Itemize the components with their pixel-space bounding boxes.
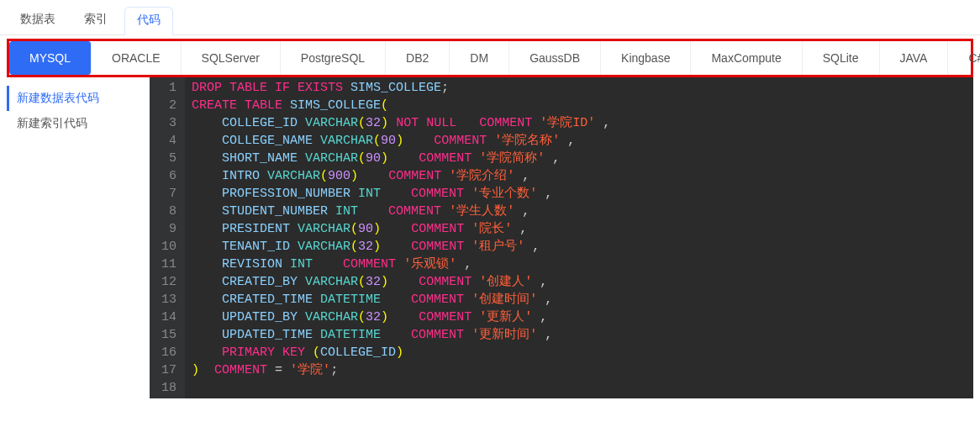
db-tab-java[interactable]: JAVA	[880, 41, 949, 75]
top-tab-2[interactable]: 代码	[124, 7, 173, 35]
token-wh	[313, 293, 320, 307]
token-id: COLLEGE_ID	[320, 345, 396, 360]
line-number: 2	[161, 97, 177, 114]
token-pn: ,	[545, 293, 552, 307]
token-wh	[192, 204, 222, 219]
line-number: 17	[161, 361, 177, 379]
token-wh	[192, 187, 222, 201]
db-tab-gaussdb[interactable]: GaussDB	[509, 41, 601, 75]
db-tab-mysql[interactable]: MYSQL	[9, 41, 92, 75]
code-line[interactable]: PRESIDENT VARCHAR(90) COMMENT '院长' ,	[192, 220, 610, 238]
token-wh	[441, 169, 449, 183]
token-kw: PRIMARY KEY	[222, 345, 305, 360]
token-fn: (	[320, 169, 328, 183]
db-tab-c-[interactable]: C#	[948, 41, 980, 75]
token-id: CREATED_TIME	[222, 293, 313, 307]
code-line[interactable]: REVISION INT COMMENT '乐观锁' ,	[192, 256, 610, 273]
token-wh	[524, 240, 532, 254]
token-wh	[267, 363, 275, 377]
code-editor[interactable]: 123456789101112131415161718 DROP TABLE I…	[150, 77, 973, 398]
code-area[interactable]: DROP TABLE IF EXISTS SIMS_COLLEGE;CREATE…	[185, 77, 617, 398]
token-fn: )	[381, 116, 388, 130]
token-pn: ,	[464, 257, 472, 271]
token-wh	[514, 204, 522, 219]
token-wh	[532, 275, 540, 289]
line-number: 16	[161, 344, 177, 361]
code-line[interactable]: DROP TABLE IF EXISTS SIMS_COLLEGE;	[192, 79, 610, 97]
code-line[interactable]: UPDATED_BY VARCHAR(32) COMMENT '更新人' ,	[192, 308, 610, 326]
code-line[interactable]: PRIMARY KEY (COLLEGE_ID)	[192, 344, 610, 361]
token-fn: (	[313, 345, 320, 360]
token-tp: VARCHAR	[298, 240, 350, 254]
code-line[interactable]: COLLEGE_ID VARCHAR(32) NOT NULL COMMENT …	[192, 114, 610, 132]
token-id: COLLEGE_NAME	[222, 134, 313, 148]
token-tp: DATETIME	[320, 328, 381, 342]
token-wh	[545, 151, 552, 166]
token-kw: COMMENT	[411, 293, 464, 307]
db-tab-postgresql[interactable]: PostgreSQL	[281, 41, 386, 75]
token-fn: (	[358, 116, 366, 130]
line-number: 14	[161, 308, 177, 326]
token-cm: '乐观锁'	[403, 257, 456, 271]
token-kw: COMMENT	[214, 363, 267, 377]
token-wh	[381, 328, 411, 342]
token-cm: '专业个数'	[472, 187, 537, 201]
token-wh	[313, 328, 320, 342]
token-wh	[388, 275, 419, 289]
token-wh	[514, 169, 522, 183]
token-kw: COMMENT	[419, 151, 472, 166]
db-tab-oracle[interactable]: ORACLE	[92, 41, 182, 75]
token-wh	[595, 116, 603, 130]
token-id: PROFESSION_NUMBER	[222, 187, 350, 201]
token-fn: )	[396, 134, 403, 148]
token-fn: (	[381, 98, 388, 113]
code-line[interactable]: TENANT_ID VARCHAR(32) COMMENT '租户号' ,	[192, 238, 610, 256]
sidebar-item-0[interactable]: 新建数据表代码	[7, 86, 150, 111]
token-kw: CREATE TABLE	[192, 98, 282, 113]
code-line[interactable]: STUDENT_NUMBER INT COMMENT '学生人数' ,	[192, 203, 610, 220]
token-pn: ,	[540, 310, 547, 324]
code-line[interactable]: CREATED_TIME DATETIME COMMENT '创建时间' ,	[192, 291, 610, 308]
line-number: 13	[161, 291, 177, 308]
top-tab-0[interactable]: 数据表	[8, 7, 67, 34]
code-line[interactable]: SHORT_NAME VARCHAR(90) COMMENT '学院简称' ,	[192, 150, 610, 167]
token-wh	[358, 204, 388, 219]
code-line[interactable]: CREATE TABLE SIMS_COLLEGE(	[192, 97, 610, 114]
line-number: 3	[161, 114, 177, 132]
token-id: PRESIDENT	[222, 222, 290, 236]
token-wh	[192, 134, 222, 148]
token-wh	[464, 240, 472, 254]
token-kw: COMMENT	[388, 169, 441, 183]
code-line[interactable]: COLLEGE_NAME VARCHAR(90) COMMENT '学院名称' …	[192, 132, 610, 150]
code-line[interactable]: CREATED_BY VARCHAR(32) COMMENT '创建人' ,	[192, 273, 610, 291]
token-wh	[560, 134, 567, 148]
token-pn: ,	[522, 204, 530, 219]
token-wh	[464, 187, 472, 201]
token-id: SIMS_COLLEGE	[290, 98, 381, 113]
token-wh	[456, 257, 464, 271]
db-tab-maxcompute[interactable]: MaxCompute	[691, 41, 802, 75]
sidebar-item-1[interactable]: 新建索引代码	[7, 111, 150, 136]
top-tab-1[interactable]: 索引	[72, 7, 119, 34]
db-tab-db2[interactable]: DB2	[386, 41, 450, 75]
token-wh	[388, 116, 396, 130]
token-cm: '学生人数'	[449, 204, 514, 219]
db-tab-sqlite[interactable]: SQLite	[803, 41, 880, 75]
db-tab-kingbase[interactable]: Kingbase	[601, 41, 691, 75]
token-wh	[298, 275, 305, 289]
token-wh	[381, 222, 411, 236]
code-line[interactable]	[192, 379, 610, 397]
db-tab-dm[interactable]: DM	[450, 41, 509, 75]
db-tab-sqlserver[interactable]: SQLServer	[182, 41, 281, 75]
code-line[interactable]: UPDATED_TIME DATETIME COMMENT '更新时间' ,	[192, 326, 610, 344]
token-wh	[472, 275, 479, 289]
line-number: 7	[161, 185, 177, 203]
token-wh	[403, 134, 434, 148]
code-line[interactable]: ) COMMENT = '学院';	[192, 361, 610, 379]
token-wh	[282, 363, 290, 377]
code-line[interactable]: INTRO VARCHAR(900) COMMENT '学院介绍' ,	[192, 167, 610, 185]
code-line[interactable]: PROFESSION_NUMBER INT COMMENT '专业个数' ,	[192, 185, 610, 203]
token-fn: )	[396, 345, 403, 360]
token-wh	[537, 187, 545, 201]
token-nm: 32	[366, 310, 381, 324]
